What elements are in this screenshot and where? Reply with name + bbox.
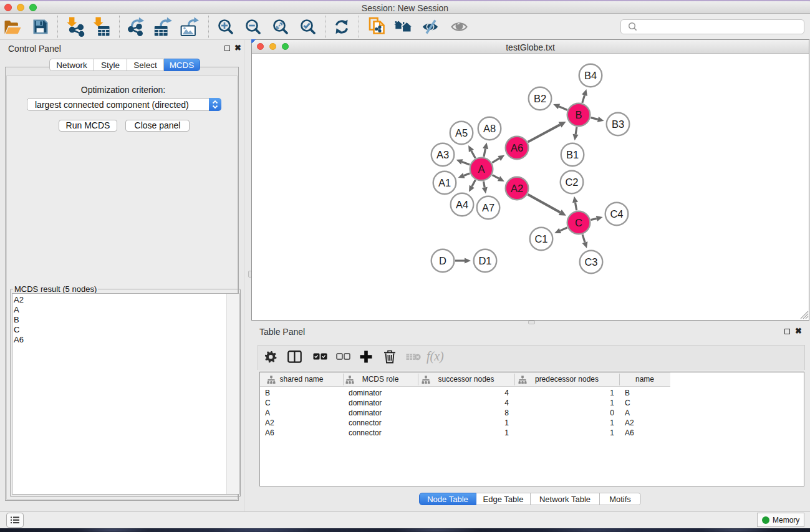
svg-text:C4: C4 (610, 208, 623, 220)
svg-text:C2: C2 (565, 177, 578, 188)
svg-text:A8: A8 (483, 123, 496, 134)
svg-text:C1: C1 (534, 233, 547, 244)
svg-text:B: B (575, 109, 582, 120)
svg-text:A1: A1 (438, 177, 451, 188)
svg-text:B1: B1 (566, 149, 579, 160)
svg-text:D1: D1 (478, 255, 491, 266)
svg-text:A2: A2 (511, 183, 523, 194)
svg-text:B2: B2 (534, 93, 546, 104)
svg-text:C: C (575, 217, 582, 228)
svg-text:C3: C3 (584, 256, 597, 268)
svg-text:A7: A7 (482, 202, 494, 213)
svg-text:D: D (439, 255, 446, 266)
svg-text:A: A (478, 163, 485, 175)
svg-text:A4: A4 (456, 199, 468, 210)
svg-text:A6: A6 (511, 142, 523, 153)
svg-text:B4: B4 (584, 70, 597, 81)
svg-text:A3: A3 (436, 149, 449, 160)
svg-text:B3: B3 (612, 118, 624, 130)
svg-text:A5: A5 (455, 127, 468, 138)
